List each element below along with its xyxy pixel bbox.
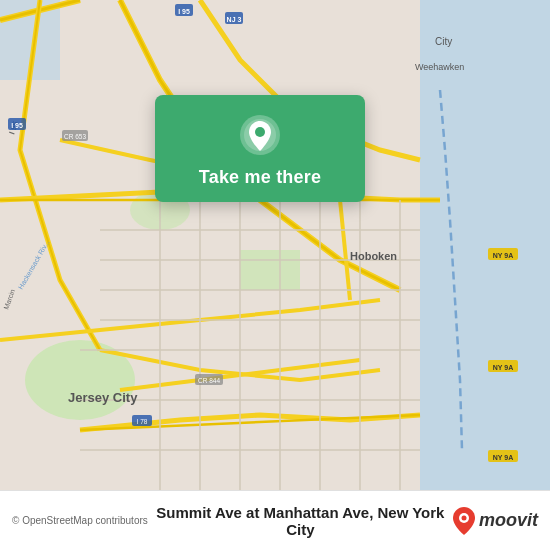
- svg-rect-4: [240, 250, 300, 290]
- moovit-logo: moovit: [453, 507, 538, 535]
- map-container: I 95 I 95 I 95 NJ 3 CR 653 685 CR 844 I …: [0, 0, 550, 490]
- svg-point-49: [255, 127, 265, 137]
- take-me-there-card[interactable]: Take me there: [155, 95, 365, 202]
- svg-text:Weehawken: Weehawken: [415, 62, 464, 72]
- svg-text:CR 844: CR 844: [198, 377, 220, 384]
- svg-text:NJ 3: NJ 3: [227, 16, 242, 23]
- moovit-pin-icon: [453, 507, 475, 535]
- svg-text:I 95: I 95: [178, 8, 190, 15]
- svg-text:CR 653: CR 653: [64, 133, 86, 140]
- svg-text:NY 9A: NY 9A: [493, 364, 514, 371]
- location-title: Summit Ave at Manhattan Ave, New York Ci…: [156, 504, 445, 538]
- svg-text:Hoboken: Hoboken: [350, 250, 397, 262]
- bottom-bar: © OpenStreetMap contributors Summit Ave …: [0, 490, 550, 550]
- svg-text:NY 9A: NY 9A: [493, 252, 514, 259]
- svg-text:I 78: I 78: [137, 418, 148, 425]
- take-me-there-label: Take me there: [199, 167, 321, 188]
- openstreetmap-credit: © OpenStreetMap contributors: [12, 515, 148, 526]
- svg-rect-1: [420, 0, 550, 490]
- svg-point-51: [461, 515, 466, 520]
- svg-text:City: City: [435, 36, 452, 47]
- svg-text:I 95: I 95: [11, 122, 23, 129]
- svg-text:Jersey City: Jersey City: [68, 390, 138, 405]
- moovit-text: moovit: [479, 510, 538, 531]
- location-pin-icon: [238, 113, 282, 157]
- svg-text:NY 9A: NY 9A: [493, 454, 514, 461]
